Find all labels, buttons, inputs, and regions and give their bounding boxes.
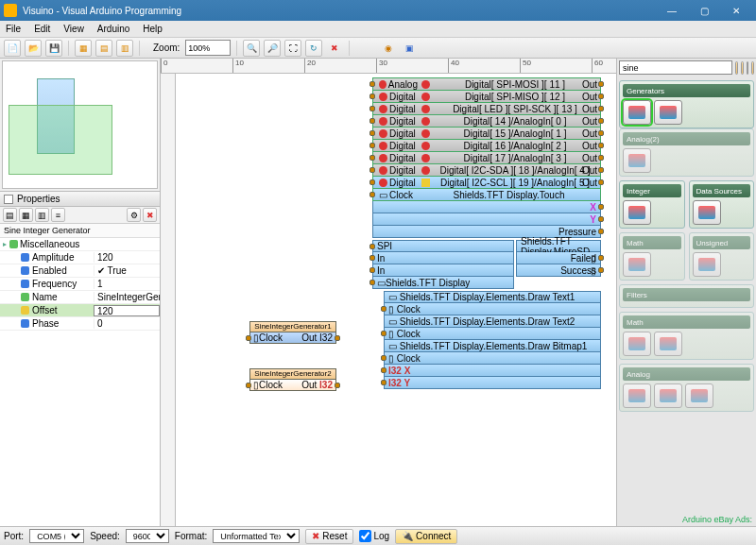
menu-view[interactable]: View (61, 24, 86, 34)
prop-tb-2[interactable]: ▦ (19, 208, 33, 222)
zoom-label: Zoom: (153, 43, 180, 53)
palette-item[interactable] (623, 252, 651, 277)
design-canvas[interactable]: Analog Digital[ SPI-MOSI ][ 11 ] Out Dig… (176, 74, 616, 526)
arduino-board-block[interactable]: Analog Digital[ SPI-MOSI ][ 11 ] Out Dig… (372, 77, 601, 389)
palette-item[interactable] (654, 383, 682, 408)
palette-search[interactable] (619, 60, 732, 75)
prop-row-enabled[interactable]: Enabled✔ True (0, 264, 160, 278)
save-button[interactable]: 💾 (45, 40, 62, 57)
port-label: Port: (4, 531, 24, 541)
statusbar: Port: COM5 (… Speed: 9600 Format: Unform… (0, 526, 756, 545)
prop-row-phase[interactable]: Phase0 (0, 317, 160, 331)
window-close[interactable]: ✕ (720, 0, 752, 21)
properties-object: Sine Integer Generator (0, 224, 160, 238)
palette-filter-3[interactable] (747, 61, 749, 75)
format-label: Format: (175, 531, 207, 541)
properties-title: Properties (17, 194, 60, 204)
refresh-icon[interactable]: ↻ (305, 40, 322, 57)
window-minimize[interactable]: — (656, 0, 688, 21)
zoom-combo[interactable] (185, 40, 231, 56)
properties-toolbar: ▤ ▦ ▥ ≡ ⚙ ✖ (0, 207, 160, 224)
properties-panel: Properties ▤ ▦ ▥ ≡ ⚙ ✖ Sine Integer Gene… (0, 191, 160, 526)
component-palette: GeneratorsAnalog(2)IntegerData SourcesMa… (616, 59, 756, 526)
sine-generator-2[interactable]: SineIntegerGenerator2 ▯ Clock Out I32 (249, 368, 336, 391)
prop-tb-del[interactable]: ✖ (143, 208, 157, 222)
palette-group: Integer (619, 180, 685, 229)
palette-group: Filters (619, 284, 754, 308)
zoom-fit-icon[interactable]: ⛶ (284, 40, 301, 57)
prop-group-row[interactable]: ▸ Miscellaneous (0, 238, 160, 251)
palette-group: Analog (619, 364, 754, 412)
ads-label: Arduino eBay Ads: (682, 515, 752, 524)
log-checkbox[interactable]: Log (359, 530, 389, 542)
ruler-vertical (161, 74, 176, 526)
palette-item[interactable] (693, 252, 721, 277)
overview-panel[interactable] (2, 60, 158, 189)
port-combo[interactable]: COM5 (… (29, 529, 84, 543)
palette-filter-4[interactable] (751, 61, 754, 75)
prop-row-name[interactable]: NameSineIntegerGenerator2 (0, 291, 160, 304)
serial-icon[interactable]: ▣ (401, 40, 418, 57)
format-combo[interactable]: Unformatted Text (213, 529, 300, 543)
palette-filter-1[interactable] (735, 61, 738, 75)
palette-group: Math (619, 312, 754, 360)
upload-icon[interactable]: ◉ (380, 40, 397, 57)
palette-item[interactable] (623, 148, 651, 173)
prop-row-amplitude[interactable]: Amplitude120 (0, 251, 160, 264)
sine-generator-1[interactable]: SineIntegerGenerator1 ▯ Clock Out I32 (249, 321, 336, 344)
menu-file[interactable]: File (4, 24, 23, 34)
ruler-horizontal: 0102030405060 (161, 59, 616, 74)
palette-item[interactable] (685, 383, 713, 408)
palette-filter-2[interactable] (741, 61, 744, 75)
prop-tb-1[interactable]: ▤ (3, 208, 17, 222)
palette-group: Math (619, 232, 685, 281)
menu-edit[interactable]: Edit (32, 24, 52, 34)
palette-item[interactable] (623, 332, 651, 356)
palette-group: Data Sources (689, 180, 755, 229)
open-button[interactable]: 📂 (25, 40, 42, 57)
speed-combo[interactable]: 9600 (126, 529, 169, 543)
panel-icon (4, 195, 13, 204)
menubar: FileEditViewArduinoHelp (0, 21, 756, 38)
palette-item[interactable] (693, 200, 721, 225)
grid2-button[interactable]: ▤ (95, 40, 112, 57)
palette-item[interactable] (623, 200, 651, 225)
palette-item[interactable] (623, 383, 651, 408)
grid3-button[interactable]: ▥ (116, 40, 133, 57)
palette-item[interactable] (654, 100, 682, 125)
speed-label: Speed: (90, 531, 120, 541)
new-button[interactable]: 📄 (4, 40, 21, 57)
connect-button[interactable]: 🔌Connect (395, 529, 457, 544)
zoom-in-icon[interactable]: 🔍 (243, 40, 260, 57)
titlebar: Visuino - Visual Arduino Programming — ▢… (0, 0, 756, 21)
palette-group: Generators (619, 80, 754, 128)
grid1-button[interactable]: ▦ (75, 40, 92, 57)
prop-row-frequency[interactable]: Frequency1 (0, 278, 160, 291)
palette-group: Analog(2) (619, 128, 754, 177)
prop-tb-4[interactable]: ≡ (51, 208, 65, 222)
palette-group: Unsigned (689, 232, 755, 281)
app-icon (4, 4, 17, 17)
delete-icon[interactable]: ✖ (326, 40, 343, 57)
main-toolbar: 📄 📂 💾 ▦ ▤ ▥ Zoom: 🔍 🔎 ⛶ ↻ ✖ ◉ ▣ (0, 38, 756, 59)
palette-item[interactable] (623, 100, 651, 125)
reset-button[interactable]: ✖Reset (305, 529, 353, 544)
menu-help[interactable]: Help (141, 24, 164, 34)
prop-tb-3[interactable]: ▥ (35, 208, 49, 222)
menu-arduino[interactable]: Arduino (95, 24, 131, 34)
app-title: Visuino - Visual Arduino Programming (23, 6, 181, 16)
zoom-out-icon[interactable]: 🔎 (264, 40, 281, 57)
prop-tb-5[interactable]: ⚙ (127, 208, 141, 222)
prop-row-offset[interactable]: Offset120 (0, 304, 160, 317)
window-maximize[interactable]: ▢ (688, 0, 720, 21)
palette-item[interactable] (654, 332, 682, 356)
